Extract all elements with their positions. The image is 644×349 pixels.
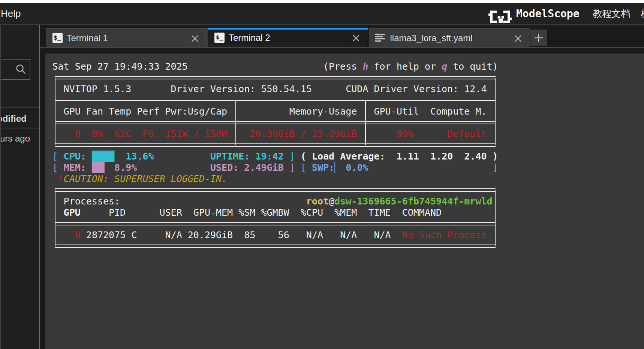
terminal-text-segment bbox=[109, 162, 114, 173]
terminal-text-segment bbox=[284, 151, 289, 162]
table-border-line bbox=[55, 190, 55, 246]
file-row-modified-time[interactable]: urs ago bbox=[0, 133, 30, 144]
tabbar-bottom-border bbox=[40, 47, 644, 48]
terminal-icon: $_ bbox=[214, 33, 225, 43]
terminal-line: Processes: root@dsw-1369665-6fb745944f-m… bbox=[52, 196, 493, 207]
terminal-text-segment bbox=[306, 162, 312, 173]
tab-label: Terminal 1 bbox=[67, 28, 108, 48]
tab-terminal-1[interactable]: $_ Terminal 1 bbox=[46, 28, 207, 47]
terminal-text-segment bbox=[284, 162, 289, 173]
terminal-output: Sat Sep 27 19:49:33 2025 (Press h for he… bbox=[52, 61, 498, 252]
terminal-text-segment: ▏ bbox=[334, 162, 340, 173]
terminal-text-segment: UPTIME: 19:42 bbox=[210, 151, 284, 162]
terminal-line: [ MEM: ██▎ 8.9% USED: 2.49GiB ] [ SWP:▏ … bbox=[52, 162, 498, 173]
modelscope-wordmark[interactable]: ModelScope bbox=[516, 3, 580, 24]
table-border-line bbox=[55, 78, 55, 145]
terminal-line: 0 0% 62C P0 151W / 150W 20.30GiB / 23.99… bbox=[52, 128, 487, 139]
terminal-text-segment: Default bbox=[447, 128, 487, 139]
table-border-line bbox=[55, 191, 496, 192]
terminal-text-segment: ( Load Average: 1.11 1.20 2.40 ) bbox=[301, 151, 498, 162]
terminal-text-segment: for help or bbox=[368, 61, 442, 72]
table-border-line bbox=[55, 79, 496, 79]
table-border-line bbox=[55, 143, 496, 144]
modelscope-logo-icon bbox=[488, 10, 512, 23]
terminal-icon: $_ bbox=[52, 33, 63, 43]
tab-terminal-2-active[interactable]: $_ Terminal 2 bbox=[207, 28, 368, 47]
terminal-line: !CAUTION: SUPERUSER LOGGED-IN. bbox=[52, 173, 228, 184]
table-border-line bbox=[55, 124, 496, 124]
terminal-text-segment: Processes: bbox=[52, 196, 306, 207]
menu-bar: Help ModelScope 教程文档 模 bbox=[0, 3, 644, 24]
terminal-line: GPU PID USER GPU-MEM %SM %GMBW %CPU %MEM… bbox=[52, 207, 442, 218]
terminal-text-segment: ! bbox=[58, 173, 64, 184]
terminal-text-segment: to quit) bbox=[447, 61, 498, 72]
terminal-text-segment bbox=[340, 162, 346, 173]
terminal-text-segment: 99% bbox=[397, 128, 413, 139]
terminal-text-segment bbox=[413, 128, 447, 139]
table-border-line bbox=[55, 188, 496, 189]
terminal-text-segment: No Such Process bbox=[402, 230, 487, 240]
terminal-text-segment: 0 0% 62C P0 151W / 150W bbox=[58, 128, 228, 139]
terminal-text-segment: (Press bbox=[323, 61, 362, 72]
terminal-text-segment bbox=[154, 151, 210, 162]
terminal-text-segment: [ bbox=[52, 151, 58, 162]
new-tab-button[interactable] bbox=[530, 30, 547, 46]
table-border-line bbox=[55, 100, 496, 101]
menu-item-docs[interactable]: 教程文档 bbox=[593, 3, 630, 24]
menu-item-help[interactable]: Help bbox=[1, 3, 21, 24]
terminal-text-segment: h bbox=[362, 61, 368, 72]
close-tab-icon[interactable] bbox=[352, 34, 361, 43]
close-tab-icon[interactable] bbox=[190, 34, 199, 43]
terminal-text-segment: dsw-1369665-6fb745944f-mrwld bbox=[334, 196, 492, 207]
terminal-line: GPU Fan Temp Perf Pwr:Usg/Cap Memory-Usa… bbox=[52, 106, 487, 117]
terminal-text-segment: ] bbox=[493, 162, 498, 173]
tab-llama3-lora-sft-yaml[interactable]: llama3_lora_sft.yaml bbox=[369, 28, 530, 47]
terminal-text-segment bbox=[357, 128, 396, 139]
listing-header-divider bbox=[0, 107, 39, 108]
table-border-line bbox=[55, 121, 496, 122]
terminal-text-segment: 0 bbox=[75, 230, 81, 240]
terminal-text-segment bbox=[227, 128, 250, 139]
terminal-text-segment: 20.30GiB / 23.99GiB bbox=[250, 128, 357, 139]
terminal-text-segment: Sat Sep 27 19:49:33 2025 bbox=[52, 61, 323, 72]
listing-row-divider bbox=[0, 128, 39, 128]
terminal-text-segment: root bbox=[306, 196, 329, 207]
terminal-text-segment bbox=[52, 173, 58, 184]
terminal-line: 0 2872075 C N/A 20.29GiB 85 56 N/A N/A N… bbox=[52, 230, 487, 240]
terminal-text-segment bbox=[114, 151, 126, 162]
terminal-text-segment bbox=[137, 162, 210, 173]
terminal-text-segment: ] bbox=[289, 162, 295, 173]
table-border-line bbox=[365, 100, 366, 145]
tab-label: Terminal 2 bbox=[229, 28, 270, 47]
menu-item-partial[interactable]: 模 bbox=[641, 3, 644, 24]
table-border-line bbox=[235, 100, 236, 145]
terminal-text-segment: GPU bbox=[64, 207, 81, 218]
terminal-text-segment bbox=[295, 151, 301, 162]
last-modified-column-header[interactable]: odified bbox=[0, 113, 27, 124]
terminal-text-segment: CAUTION: SUPERUSER LOGGED-IN. bbox=[64, 173, 228, 184]
plus-icon bbox=[534, 33, 544, 43]
window-left-edge bbox=[0, 25, 1, 349]
tab-label: llama3_lora_sft.yaml bbox=[390, 28, 473, 48]
sidebar-splitter-handle[interactable] bbox=[39, 25, 40, 349]
table-border-line bbox=[55, 146, 496, 147]
close-tab-icon[interactable] bbox=[514, 34, 523, 43]
table-border-line bbox=[55, 245, 496, 245]
terminal-text-segment: [ bbox=[301, 162, 306, 173]
terminal-text-segment: GPU Fan Temp Perf Pwr:Usg/Cap Memory-Usa… bbox=[52, 106, 487, 117]
table-border-line bbox=[55, 247, 496, 248]
table-border-line bbox=[55, 76, 496, 77]
terminal-line: [ CPU: ████ 13.6% UPTIME: 19:42 ] ( Load… bbox=[52, 151, 498, 162]
terminal-text-segment: 13.6% bbox=[126, 151, 154, 162]
terminal-text-segment: @ bbox=[329, 196, 334, 207]
terminal-text-segment: ██▎ bbox=[92, 162, 109, 173]
terminal-text-segment: NVITOP 1.5.3 Driver Version: 550.54.15 C… bbox=[52, 84, 487, 94]
terminal-text-segment: 0.0% bbox=[346, 162, 368, 173]
table-border-line bbox=[55, 222, 496, 223]
terminal-2-panel[interactable]: Sat Sep 27 19:49:33 2025 (Press h for he… bbox=[45, 54, 644, 349]
terminal-text-segment bbox=[295, 162, 301, 173]
file-search-input[interactable] bbox=[0, 59, 30, 80]
menubar-border bbox=[0, 24, 644, 25]
terminal-text-segment: USED: 2.49GiB bbox=[210, 162, 284, 173]
terminal-text-segment bbox=[52, 230, 75, 240]
